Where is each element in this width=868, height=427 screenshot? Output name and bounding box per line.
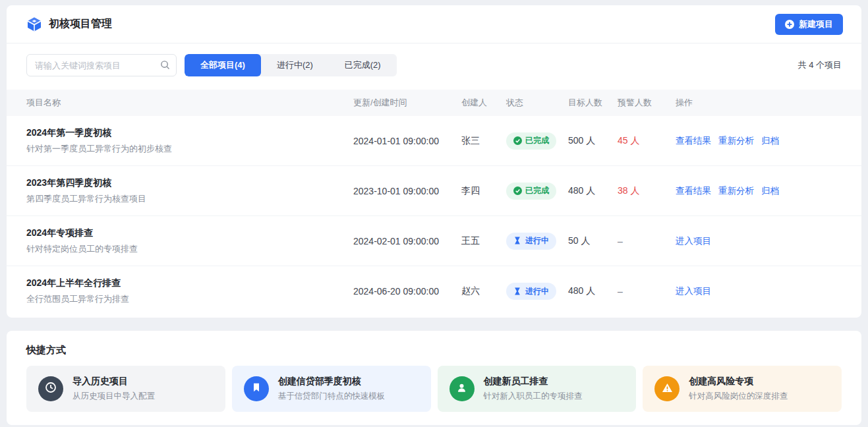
shortcut-card-texts: 导入历史项目 从历史项目中导入配置: [72, 376, 155, 402]
project-creator: 赵六: [461, 285, 506, 297]
search-box: [26, 54, 177, 76]
project-description: 第四季度员工异常行为核查项目: [26, 193, 340, 205]
hourglass-icon: [513, 237, 522, 245]
toolbar: 全部项目(4) 进行中(2) 已完成(2) 共 4 个项目: [7, 54, 861, 76]
shortcut-cards: 导入历史项目 从历史项目中导入配置: [26, 366, 842, 412]
status-label: 进行中: [525, 286, 549, 297]
new-project-button[interactable]: 新建项目: [775, 14, 843, 35]
project-name-cell: 2024年专项排查 针对特定岗位员工的专项排查: [26, 227, 353, 255]
table-header-row: 项目名称 更新/创建时间 创建人 状态 目标人数 预警人数 操作: [7, 90, 861, 116]
project-creator: 张三: [461, 135, 506, 147]
warning-count: –: [618, 286, 676, 297]
action-link[interactable]: 归档: [761, 185, 779, 197]
shortcuts-title: 快捷方式: [26, 344, 842, 356]
project-description: 针对第一季度员工异常行为的初步核查: [26, 143, 340, 155]
target-count: 500 人: [568, 135, 618, 147]
shortcut-card-icon-wrap: [38, 376, 63, 401]
page-header: 初核项目管理 新建项目: [7, 5, 861, 43]
table-header-cell: 操作: [676, 97, 842, 109]
project-name-cell: 2024年第一季度初核 针对第一季度员工异常行为的初步核查: [26, 127, 353, 155]
shortcut-card-icon-wrap: [449, 376, 475, 401]
clock-icon: [45, 382, 57, 396]
plus-circle-icon: [785, 20, 794, 29]
project-title: 2023年第四季度初核: [26, 177, 340, 189]
shortcut-card-title: 创建高风险专项: [689, 376, 788, 387]
page-title: 初核项目管理: [49, 17, 112, 31]
table-row: 2024年专项排查 针对特定岗位员工的专项排查 2024-02-01 09:00…: [7, 216, 861, 266]
table-row: 2024年第一季度初核 针对第一季度员工异常行为的初步核查 2024-01-01…: [7, 116, 861, 166]
warning-count: 38 人: [618, 185, 676, 197]
project-title: 2024年专项排查: [26, 227, 340, 239]
table-row: 2023年第四季度初核 第四季度员工异常行为核查项目 2023-10-01 09…: [7, 166, 861, 216]
shortcut-card-title: 创建新员工排查: [484, 376, 583, 387]
table-header-cell: 状态: [506, 97, 568, 109]
project-management-panel: 初核项目管理 新建项目: [7, 5, 861, 318]
cube-logo-icon: [26, 16, 42, 32]
table-row: 2024年上半年全行排查 全行范围员工异常行为排查 2024-06-20 09:…: [7, 266, 861, 316]
shortcut-card[interactable]: 创建高风险专项 针对高风险岗位的深度排查: [643, 366, 842, 412]
status-cell: 进行中: [506, 283, 568, 300]
project-creator: 王五: [461, 235, 506, 247]
shortcut-card-desc: 基于信贷部门特点的快速模板: [278, 391, 386, 402]
status-label: 已完成: [525, 135, 549, 146]
project-time: 2024-02-01 09:00:00: [353, 236, 461, 246]
shortcut-card-texts: 创建信贷部季度初核 基于信贷部门特点的快速模板: [278, 376, 386, 402]
total-count-label: 共 4 个项目: [798, 59, 842, 71]
warning-count: 45 人: [618, 135, 676, 147]
target-count: 480 人: [568, 185, 618, 197]
row-actions: 进入项目: [676, 235, 842, 247]
table-header-cell: 更新/创建时间: [353, 97, 461, 109]
filter-tab[interactable]: 全部项目(4): [185, 54, 261, 76]
shortcut-card-texts: 创建新员工排查 针对新入职员工的专项排查: [484, 376, 583, 402]
filter-tab[interactable]: 已完成(2): [329, 54, 397, 76]
target-count: 50 人: [568, 235, 618, 247]
table-header-cell: 目标人数: [568, 97, 618, 109]
bookmark-icon: [251, 382, 262, 395]
action-link[interactable]: 进入项目: [676, 285, 711, 297]
status-badge: 进行中: [506, 283, 556, 300]
search-icon: [160, 60, 170, 70]
action-link[interactable]: 归档: [761, 135, 779, 147]
action-link[interactable]: 进入项目: [676, 235, 711, 247]
shortcut-card[interactable]: 创建新员工排查 针对新入职员工的专项排查: [438, 366, 637, 412]
action-link[interactable]: 重新分析: [718, 185, 754, 197]
status-label: 进行中: [525, 235, 549, 246]
action-link[interactable]: 查看结果: [676, 185, 711, 197]
table-header-cell: 项目名称: [26, 97, 353, 109]
check-circle-icon: [513, 136, 522, 145]
project-description: 全行范围员工异常行为排查: [26, 293, 340, 305]
new-project-button-label: 新建项目: [799, 18, 833, 30]
project-time: 2023-10-01 09:00:00: [353, 186, 461, 196]
shortcut-card[interactable]: 创建信贷部季度初核 基于信贷部门特点的快速模板: [232, 366, 431, 412]
search-input[interactable]: [26, 54, 177, 76]
project-time: 2024-01-01 09:00:00: [353, 136, 461, 146]
shortcut-card-title: 导入历史项目: [72, 376, 155, 387]
table-header-cell: 预警人数: [618, 97, 676, 109]
target-count: 480 人: [568, 285, 618, 297]
shortcut-card-texts: 创建高风险专项 针对高风险岗位的深度排查: [689, 376, 788, 402]
shortcut-card-icon-wrap: [244, 376, 269, 401]
filter-tab[interactable]: 进行中(2): [261, 54, 329, 76]
hourglass-icon: [513, 287, 522, 296]
table-body: 2024年第一季度初核 针对第一季度员工异常行为的初步核查 2024-01-01…: [7, 116, 861, 316]
action-link[interactable]: 查看结果: [676, 135, 711, 147]
table-header-cell: 创建人: [461, 97, 506, 109]
project-title: 2024年第一季度初核: [26, 127, 340, 139]
shortcuts-panel: 快捷方式: [7, 331, 861, 425]
shortcut-card-desc: 针对高风险岗位的深度排查: [689, 391, 788, 402]
shortcut-card[interactable]: 导入历史项目 从历史项目中导入配置: [26, 366, 225, 412]
action-link[interactable]: 重新分析: [718, 135, 754, 147]
status-badge: 进行中: [506, 233, 556, 250]
shortcut-card-desc: 针对新入职员工的专项排查: [484, 391, 583, 402]
page: 初核项目管理 新建项目: [0, 0, 868, 427]
status-cell: 已完成: [506, 183, 568, 200]
shortcut-card-title: 创建信贷部季度初核: [278, 376, 386, 387]
status-label: 已完成: [525, 185, 549, 196]
status-cell: 已完成: [506, 132, 568, 150]
shortcut-card-desc: 从历史项目中导入配置: [72, 391, 155, 402]
warning-count: –: [618, 236, 676, 246]
project-creator: 李四: [461, 185, 506, 197]
row-actions: 查看结果 重新分析 归档: [676, 185, 842, 197]
project-description: 针对特定岗位员工的专项排查: [26, 243, 340, 255]
row-actions: 查看结果 重新分析 归档: [676, 135, 842, 147]
